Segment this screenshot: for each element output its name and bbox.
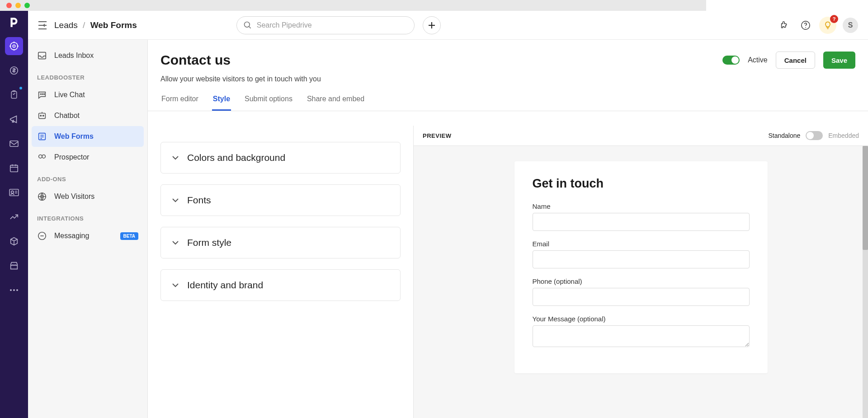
preview-label: PREVIEW [423,132,451,139]
svg-line-4 [249,26,250,28]
tab-share-embed[interactable]: Share and embed [306,95,365,111]
sidebar-heading: ADD-ONS [28,168,147,186]
add-button[interactable] [423,16,441,34]
chevron-down-icon [172,155,179,160]
window-maximize-icon[interactable] [24,3,30,8]
sidebar-item-label: Web Visitors [54,193,94,201]
sidebar-item-label: Live Chat [54,91,85,99]
window-minimize-icon[interactable] [15,3,21,8]
page-header: Contact us Active Cancel Save Allow your… [148,40,706,83]
sidebar-item-prospector[interactable]: Prospector [28,147,147,168]
svg-point-3 [244,22,250,27]
accordion-title: Identity and brand [187,280,263,291]
window-chrome [0,0,706,11]
rail-campaigns-icon[interactable] [5,110,23,128]
style-settings-pane: Colors and background Fonts Form style I… [148,126,413,341]
page-title: Contact us [160,52,231,68]
tabs: Form editor Style Submit options Share a… [148,95,706,111]
svg-point-28 [40,94,41,94]
app-logo[interactable] [8,16,20,28]
secondary-sidebar: Leads Inbox LEADBOOSTER Live Chat Chatbo… [28,40,148,341]
svg-point-29 [42,94,43,94]
sidebar-item-chatbot[interactable]: Chatbot [28,105,147,126]
top-bar: Leads / Web Forms Search Pipedrive ? S [28,11,706,40]
svg-rect-16 [11,92,17,99]
sidebar-item-label: Web Forms [54,132,94,141]
accordion-identity-brand[interactable]: Identity and brand [160,269,401,301]
sidebar-item-label: Messaging [54,232,89,240]
field-label: Name [533,202,707,210]
sidebar-item-web-forms[interactable]: Web Forms [32,126,144,147]
tab-form-editor[interactable]: Form editor [160,95,199,111]
svg-rect-18 [10,165,18,172]
svg-point-32 [40,115,41,116]
rail-deals-icon[interactable] [5,61,23,80]
search-input[interactable]: Search Pipedrive [236,16,415,34]
menu-toggle-icon[interactable] [38,21,48,29]
field-textarea-message[interactable] [533,325,707,341]
breadcrumb-parent[interactable]: Leads [54,20,78,30]
rail-insights-icon[interactable] [5,208,23,226]
svg-point-10 [10,42,18,50]
chevron-down-icon [172,198,179,202]
svg-point-25 [13,289,15,291]
sidebar-item-label: Chatbot [54,112,80,120]
beta-badge: BETA [120,232,138,240]
field-label: Your Message (optional) [533,315,707,323]
rail-marketplace-icon[interactable] [5,257,23,275]
chevron-down-icon [172,240,179,245]
accordion-title: Colors and background [187,152,285,163]
rail-more-icon[interactable] [5,281,23,299]
accordion-title: Fonts [187,195,211,206]
sidebar-item-live-chat[interactable]: Live Chat [28,85,147,105]
sidebar-item-leads-inbox[interactable]: Leads Inbox [28,45,147,66]
chevron-down-icon [172,283,179,287]
sidebar-item-web-visitors[interactable]: Web Visitors [28,186,147,207]
preview-form-card: Get in touch Name Email Phone (optional) [514,161,707,341]
svg-point-9 [13,45,15,47]
accordion-colors-background[interactable]: Colors and background [160,142,401,174]
svg-point-40 [42,155,45,158]
rail-products-icon[interactable] [5,232,23,250]
svg-rect-27 [38,52,46,59]
svg-point-33 [43,115,44,116]
svg-point-24 [10,289,12,291]
window-close-icon[interactable] [6,3,12,8]
rail-leads-icon[interactable] [5,37,23,55]
sidebar-heading: LEADBOOSTER [28,66,147,85]
accordion-form-style[interactable]: Form style [160,227,401,258]
preview-toolbar: PREVIEW Standalone Embedded [414,126,706,146]
rail-mail-icon[interactable] [5,135,23,153]
breadcrumb: Leads / Web Forms [54,20,137,30]
rail-contacts-icon[interactable] [5,183,23,202]
breadcrumb-separator: / [83,20,85,30]
breadcrumb-current: Web Forms [90,20,137,30]
rail-projects-icon[interactable] [5,86,23,104]
svg-point-39 [39,155,42,158]
sidebar-heading: INTEGRATIONS [28,207,147,225]
main-content: Contact us Active Cancel Save Allow your… [148,40,706,341]
preview-field-phone: Phone (optional) [533,277,707,306]
preview-field-name: Name [533,202,707,231]
search-placeholder: Search Pipedrive [257,21,312,29]
preview-field-email: Email [533,240,707,268]
svg-point-23 [11,191,14,193]
tab-submit-options[interactable]: Submit options [244,95,293,111]
preview-pane: PREVIEW Standalone Embedded Get in touch… [413,126,706,341]
sidebar-item-messaging[interactable]: Messaging BETA [28,225,147,246]
field-input-phone[interactable] [533,288,707,306]
svg-point-30 [44,94,45,94]
rail-activities-icon[interactable] [5,159,23,177]
svg-rect-31 [39,113,46,119]
accordion-title: Form style [187,237,231,248]
field-label: Email [533,240,707,248]
accordion-fonts[interactable]: Fonts [160,184,401,216]
icon-rail [0,11,28,341]
tab-style[interactable]: Style [212,95,231,111]
field-input-name[interactable] [533,213,707,231]
svg-point-26 [16,289,18,291]
sidebar-item-label: Prospector [54,153,89,161]
svg-rect-17 [10,141,18,147]
sidebar-item-label: Leads Inbox [54,52,94,60]
field-input-email[interactable] [533,250,707,268]
